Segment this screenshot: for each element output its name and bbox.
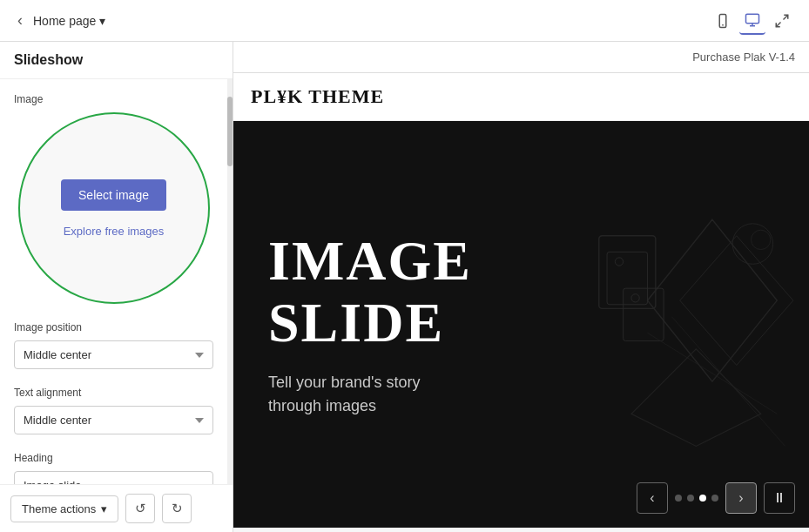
slideshow: IMAGE SLIDE Tell your brand's story thro… — [233, 121, 809, 528]
text-alignment-select[interactable]: Middle center — [14, 406, 213, 434]
purchase-link: Purchase Plak V-1.4 — [692, 51, 795, 64]
slide-graphic — [550, 121, 809, 528]
top-bar-icons — [710, 7, 795, 35]
select-image-button[interactable]: Select image — [61, 179, 166, 211]
sidebar-scrollbar[interactable] — [227, 79, 233, 484]
carousel-pause-button[interactable]: ⏸ — [764, 482, 795, 514]
svg-rect-2 — [746, 14, 759, 24]
sidebar-title: Slideshow — [14, 52, 83, 68]
content-header: Purchase Plak V-1.4 — [233, 42, 809, 73]
slide-title: IMAGE SLIDE — [268, 231, 472, 354]
top-bar-left: ‹ Home page ▾ — [14, 8, 105, 33]
slide-subtitle: Tell your brand's story through images — [268, 371, 472, 418]
dot-3[interactable] — [699, 495, 706, 502]
chevron-down-icon: ▾ — [99, 14, 105, 28]
undo-button[interactable]: ↺ — [125, 494, 155, 523]
sidebar-scroll-area[interactable]: Image Select image Explore free images I… — [0, 79, 227, 484]
redo-icon: ↻ — [172, 501, 183, 516]
sidebar-header: Slideshow — [0, 42, 233, 79]
carousel-dots — [675, 495, 718, 502]
theme-header: PL¥K THEME — [233, 73, 809, 121]
chevron-right-icon: › — [738, 490, 743, 506]
decorative-graphic — [550, 159, 809, 490]
svg-point-11 — [751, 230, 770, 249]
chevron-down-icon: ▾ — [101, 502, 107, 515]
heading-section: Heading — [14, 452, 213, 484]
desktop-icon — [745, 12, 760, 28]
top-bar: ‹ Home page ▾ — [0, 0, 809, 42]
explore-free-images-link[interactable]: Explore free images — [64, 225, 165, 238]
theme-actions-label: Theme actions — [22, 502, 96, 515]
back-button[interactable]: ‹ — [14, 8, 26, 33]
content-area: Purchase Plak V-1.4 PL¥K THEME IMAGE SLI… — [233, 42, 809, 532]
pause-icon: ⏸ — [772, 490, 786, 506]
theme-logo: PL¥K THEME — [251, 85, 792, 108]
slide-content: IMAGE SLIDE Tell your brand's story thro… — [233, 178, 507, 470]
heading-label: Heading — [14, 452, 213, 464]
mobile-icon — [715, 13, 731, 29]
desktop-view-button[interactable] — [739, 7, 765, 35]
expand-icon — [774, 13, 790, 29]
svg-point-10 — [732, 223, 772, 263]
sidebar-footer: Theme actions ▾ ↺ ↻ — [0, 484, 233, 532]
carousel-prev-button[interactable]: ‹ — [637, 482, 668, 514]
undo-icon: ↺ — [135, 501, 146, 516]
carousel-next-button[interactable]: › — [725, 482, 757, 514]
text-alignment-label: Text alignment — [14, 387, 213, 399]
preview-area: PL¥K THEME IMAGE SLIDE Tell your brand's… — [233, 73, 809, 532]
sidebar: Slideshow Image Select image Explore fre… — [0, 42, 233, 532]
chevron-left-icon: ‹ — [650, 490, 654, 506]
mobile-view-button[interactable] — [710, 8, 736, 34]
page-selector[interactable]: Home page ▾ — [33, 14, 105, 28]
svg-line-5 — [784, 15, 788, 19]
svg-marker-7 — [647, 219, 777, 381]
page-selector-label: Home page — [33, 14, 96, 28]
fullscreen-button[interactable] — [769, 8, 795, 34]
image-label: Image — [14, 93, 213, 105]
image-section: Image Select image Explore free images — [14, 93, 213, 304]
main-layout: Slideshow Image Select image Explore fre… — [0, 42, 809, 532]
svg-line-16 — [647, 333, 777, 414]
image-picker-circle: Select image Explore free images — [18, 112, 210, 304]
svg-rect-14 — [623, 288, 663, 340]
carousel-controls: ‹ › ⏸ — [233, 482, 809, 514]
dot-2[interactable] — [687, 495, 694, 502]
svg-line-6 — [776, 22, 780, 26]
heading-input[interactable] — [14, 471, 213, 484]
dot-4[interactable] — [711, 495, 718, 502]
image-position-section: Image position Middle center — [14, 321, 213, 369]
dot-1[interactable] — [675, 495, 682, 502]
image-position-select[interactable]: Middle center — [14, 340, 213, 369]
image-position-label: Image position — [14, 321, 213, 333]
theme-actions-button[interactable]: Theme actions ▾ — [10, 495, 118, 522]
svg-marker-18 — [631, 348, 761, 446]
redo-button[interactable]: ↻ — [162, 494, 192, 523]
text-alignment-section: Text alignment Middle center — [14, 387, 213, 434]
